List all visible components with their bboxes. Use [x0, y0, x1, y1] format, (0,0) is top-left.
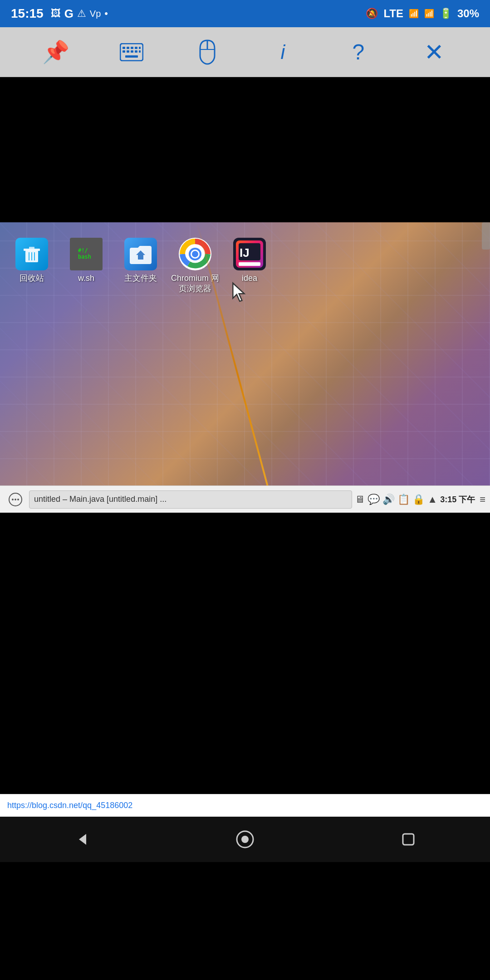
taskbar-volume-icon: 🔊 [382, 494, 395, 505]
svg-rect-11 [125, 55, 138, 58]
svg-rect-7 [127, 50, 129, 53]
black-area-bottom [0, 862, 490, 980]
chromium-icon [179, 238, 211, 270]
desktop-icon-home[interactable]: 主文件夹 [113, 234, 168, 298]
lte-label: LTE [383, 7, 403, 20]
help-icon: ? [353, 39, 365, 64]
mouse-button[interactable] [189, 34, 225, 70]
black-area-top [0, 77, 490, 222]
pin-icon: 📌 [42, 39, 69, 65]
back-icon [74, 831, 90, 848]
status-bar-left: 15:15 🖼 G ⚠ Vp • [11, 6, 108, 21]
mute-icon: 🔕 [366, 8, 378, 20]
svg-point-37 [17, 499, 19, 500]
desktop-icon-shell[interactable]: #!/ bash w.sh [59, 234, 113, 298]
idea-svg: IJ [234, 239, 265, 270]
nav-recents-button[interactable] [390, 821, 426, 858]
signal-icon: 📶 [409, 9, 419, 19]
google-icon: G [64, 7, 74, 21]
vpn-icon: Vp [90, 9, 101, 19]
window-title-text: untitled – Main.java [untitled.main] ... [34, 495, 167, 504]
recycle-svg [22, 244, 42, 264]
signal2-icon: 📶 [424, 9, 434, 19]
desktop-icon-chromium[interactable]: Chromium 网页浏览器 [168, 234, 222, 298]
url-text: https://blog.csdn.net/qq_45186002 [7, 801, 132, 810]
status-bar-right: 🔕 LTE 📶 📶 🔋 30% [366, 7, 479, 20]
svg-rect-2 [127, 47, 129, 49]
desktop-scrollbar[interactable] [482, 222, 490, 250]
battery-icon: 🔋 [440, 8, 452, 20]
shell-svg: #!/ bash [74, 242, 98, 266]
svg-text:#!/: #!/ [78, 247, 88, 254]
close-icon: ✕ [424, 39, 444, 66]
recycle-label: 回收站 [20, 273, 44, 284]
svg-point-40 [241, 836, 249, 843]
svg-point-35 [12, 499, 14, 500]
status-time: 15:15 [11, 6, 44, 21]
help-button[interactable]: ? [340, 34, 377, 70]
svg-point-36 [15, 499, 16, 500]
apps-svg [7, 491, 24, 508]
nav-home-button[interactable] [227, 821, 263, 858]
status-bar: 15:15 🖼 G ⚠ Vp • 🔕 LTE 📶 📶 🔋 30% [0, 0, 490, 27]
shell-label: w.sh [78, 273, 94, 284]
mouse-icon [198, 39, 216, 65]
close-button[interactable]: ✕ [416, 34, 452, 70]
keyboard-button[interactable] [113, 34, 150, 70]
svg-rect-4 [135, 47, 137, 49]
cursor-svg [231, 281, 250, 303]
svg-rect-6 [122, 50, 125, 53]
taskbar-right: 🖥 💬 🔊 📋 🔒 ▲ 3:15 下午 ≡ [355, 494, 485, 505]
svg-rect-41 [403, 834, 414, 845]
recents-icon [400, 831, 416, 848]
pin-button[interactable]: 📌 [38, 34, 74, 70]
taskbar-window-title[interactable]: untitled – Main.java [untitled.main] ... [29, 490, 352, 509]
svg-rect-3 [131, 47, 133, 49]
chromium-svg [180, 239, 211, 270]
taskbar-clipboard-icon: 📋 [397, 494, 410, 505]
svg-rect-5 [139, 47, 141, 49]
svg-text:bash: bash [78, 254, 91, 260]
gallery-icon: 🖼 [51, 8, 61, 20]
home-folder-icon [124, 238, 157, 270]
taskbar-up-icon: ▲ [427, 494, 437, 505]
info-button[interactable]: i [265, 34, 301, 70]
svg-marker-38 [79, 834, 86, 845]
home-icon [235, 829, 255, 849]
folder-svg [129, 244, 152, 264]
svg-rect-9 [135, 50, 137, 53]
desktop-icon-recycle[interactable]: 回收站 [5, 234, 59, 298]
taskbar-time: 3:15 下午 [440, 494, 475, 505]
status-icons: 🖼 G ⚠ Vp • [51, 7, 108, 21]
svg-rect-16 [29, 247, 34, 249]
taskbar: untitled – Main.java [untitled.main] ...… [0, 485, 490, 513]
keyboard-icon [120, 43, 143, 61]
nav-back-button[interactable] [64, 821, 100, 858]
taskbar-menu-icon[interactable]: ≡ [480, 494, 485, 505]
svg-rect-1 [122, 47, 125, 49]
info-icon: i [280, 41, 285, 64]
home-label: 主文件夹 [124, 273, 157, 284]
apps-icon[interactable] [5, 489, 26, 510]
desktop[interactable]: 回收站 #!/ bash w.sh 主文件夹 [0, 222, 490, 485]
taskbar-lock-icon: 🔒 [412, 494, 425, 505]
chromium-label: Chromium 网页浏览器 [170, 273, 220, 294]
desktop-icon-idea[interactable]: IJ idea [222, 234, 277, 298]
taskbar-chat-icon: 💬 [368, 494, 380, 505]
warning-icon: ⚠ [77, 8, 86, 20]
svg-rect-33 [239, 262, 260, 266]
shell-icon: #!/ bash [70, 238, 103, 270]
nav-bar [0, 817, 490, 862]
svg-rect-10 [139, 50, 141, 53]
remote-toolbar: 📌 i ? ✕ [0, 27, 490, 77]
svg-point-28 [192, 251, 198, 257]
idea-icon: IJ [233, 238, 266, 270]
url-bar: https://blog.csdn.net/qq_45186002 [0, 794, 490, 817]
recycle-bin-icon [15, 238, 48, 270]
dot-icon: • [104, 8, 108, 20]
svg-rect-8 [131, 50, 133, 53]
battery-percent: 30% [457, 7, 479, 20]
taskbar-monitor-icon: 🖥 [355, 494, 365, 505]
svg-text:IJ: IJ [240, 246, 250, 260]
black-area-middle [0, 513, 490, 794]
